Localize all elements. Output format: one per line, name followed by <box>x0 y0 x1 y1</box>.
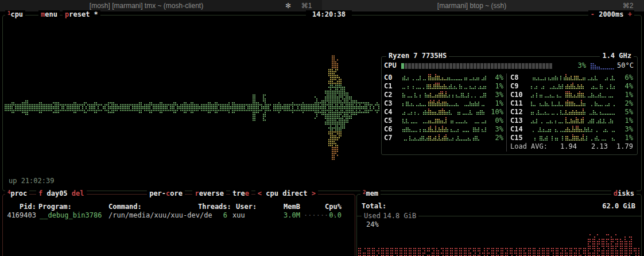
proc-header-row: Pid: Program: Command: Threads: User: Me… <box>3 203 355 211</box>
core-usage-graph <box>402 82 487 90</box>
core-usage-graph <box>402 99 487 107</box>
core-usage-graph <box>402 91 487 98</box>
mem-used-value: 14.8 GiB <box>381 212 418 220</box>
cpu-box-title[interactable]: 1cpu <box>5 10 25 18</box>
load-avg-label: Load AVG: <box>510 142 548 150</box>
spinner-icon: ✻ <box>283 2 293 10</box>
tab-tmx-shortcut: ⌘1 <box>295 2 318 10</box>
core-row: C23%C101% <box>382 91 636 99</box>
load-avg-row: Load AVG: 1.94 2.13 1.79 <box>382 142 636 150</box>
col-memb[interactable]: MemB <box>262 203 300 211</box>
preset-button[interactable]: preset * <box>63 10 100 18</box>
filter-delete-button[interactable]: del <box>72 189 84 197</box>
interval-increase-button[interactable]: + <box>628 10 632 18</box>
core-usage-graph <box>531 73 616 81</box>
per-core-toggle[interactable]: per-core <box>147 189 185 197</box>
proc-command: /run/media/xuu/xuu-dev/de <box>108 211 212 219</box>
core-usage-graph <box>531 134 616 141</box>
core-percent: 2% <box>614 99 633 107</box>
core-percent: 1% <box>614 91 633 99</box>
mem-box-index: 2 <box>363 189 366 195</box>
core-usage-graph <box>531 99 616 107</box>
mem-total-value: 62.0 GiB <box>602 202 635 210</box>
proc-mem: 3.0M <box>262 211 300 219</box>
cpu-model-name: Ryzen 7 7735HS <box>386 52 449 60</box>
core-percent: 4% <box>486 73 503 82</box>
core-usage-graph <box>402 125 487 133</box>
cpu-total-label: CPU <box>384 61 397 69</box>
mem-box: 2mem disks Total: 62.0 GiB Used: 14.8 Gi… <box>356 194 642 256</box>
process-row[interactable]: 4169403 __debug_bin3786 /run/media/xuu/x… <box>3 211 355 219</box>
cpu-temp-graph <box>591 62 615 69</box>
core-percent: 1% <box>614 117 633 125</box>
terminal-tab-bar: [mosh] [marmani] tmx ~ (mosh-client) ✻ ⌘… <box>0 0 644 11</box>
core-percent: 3% <box>486 125 503 133</box>
clock: 14:20:38 <box>306 10 352 18</box>
cpu-box-index: 1 <box>7 10 10 16</box>
core-usage-graph <box>531 91 616 98</box>
core-percent: 3% <box>486 91 503 99</box>
mem-used-graph <box>358 228 639 256</box>
core-usage-graph <box>531 117 616 124</box>
col-program[interactable]: Program: <box>38 203 72 211</box>
interval-decrease-button[interactable]: - <box>591 10 595 18</box>
sort-next-button[interactable]: > <box>312 189 316 197</box>
core-label: C15 <box>510 134 523 142</box>
proc-box-title[interactable]: 4proc <box>5 189 29 197</box>
cpu-total-row: CPU 3% 50°C <box>382 61 636 69</box>
tree-toggle[interactable]: tree <box>230 189 251 197</box>
core-row: C72%C151% <box>382 134 636 142</box>
tab-btop-shortcut: ⌘2 <box>616 2 639 10</box>
sort-field: cpu direct <box>266 189 307 197</box>
core-percent: 1% <box>614 134 633 142</box>
core-label: C11 <box>510 99 523 107</box>
cpu-total-meter <box>401 63 569 69</box>
proc-filter[interactable]: f day05 del <box>36 189 87 197</box>
cpu-temperature: 50°C <box>617 61 634 69</box>
update-interval: - 2000ms + <box>588 10 634 18</box>
col-threads[interactable]: Threads: <box>198 203 231 211</box>
core-label: C7 <box>384 134 392 142</box>
core-usage-graph <box>531 108 616 115</box>
reverse-toggle[interactable]: reverse <box>192 189 226 197</box>
col-command[interactable]: Command: <box>108 203 142 211</box>
disks-toggle[interactable]: disks <box>611 189 637 197</box>
core-label: C10 <box>510 91 523 99</box>
core-row: C50%C131% <box>382 117 636 125</box>
tab-tmx[interactable]: [mosh] [marmani] tmx ~ (mosh-client) <box>34 2 258 10</box>
proc-program: __debug_bin3786 <box>40 211 102 219</box>
core-percent: 10% <box>486 108 503 116</box>
menu-button[interactable]: menu <box>38 10 60 18</box>
proc-box-index: 4 <box>7 189 10 195</box>
core-row: C63%C143% <box>382 125 636 133</box>
col-pid[interactable]: Pid: <box>6 203 36 211</box>
col-cpu[interactable]: Cpu% <box>309 203 342 211</box>
core-usage-graph <box>402 134 487 141</box>
interval-value: 2000ms <box>599 10 623 18</box>
proc-pid: 4169403 <box>6 211 36 219</box>
proc-user: xuu <box>232 211 245 219</box>
uptime: up 21:02:39 <box>9 177 54 185</box>
core-label: C2 <box>384 91 392 99</box>
core-label: C3 <box>384 99 392 107</box>
core-percent: 4% <box>614 82 633 90</box>
core-percent: 2% <box>486 134 503 142</box>
sort-selector: < cpu direct > <box>255 189 318 197</box>
core-usage-graph <box>531 125 616 133</box>
core-percent: 1% <box>486 99 503 107</box>
core-percent: 5% <box>614 108 633 116</box>
sort-prev-button[interactable]: < <box>258 189 262 197</box>
proc-box: 4proc f day05 del per-core reverse tree … <box>2 194 355 256</box>
cpu-box: 1cpu menu preset * 14:20:38 - 2000ms + u… <box>2 15 642 191</box>
core-usage-graph <box>402 108 487 115</box>
tab-btop[interactable]: [marmani] btop ~ (ssh) <box>367 2 576 10</box>
core-percent: 1% <box>486 82 503 90</box>
cpu-frequency: 1.4 GHz <box>600 52 634 60</box>
col-user[interactable]: User: <box>236 203 257 211</box>
core-row: C04%C86% <box>382 73 636 82</box>
core-label: C4 <box>384 108 392 116</box>
mem-box-title[interactable]: 2mem <box>360 189 381 197</box>
mem-total-label: Total: <box>362 202 386 210</box>
load-avg-15m: 1.79 <box>604 142 633 150</box>
cpu-info-panel: Ryzen 7 7735HS 1.4 GHz CPU 3% 50°C C04%C… <box>381 56 638 155</box>
